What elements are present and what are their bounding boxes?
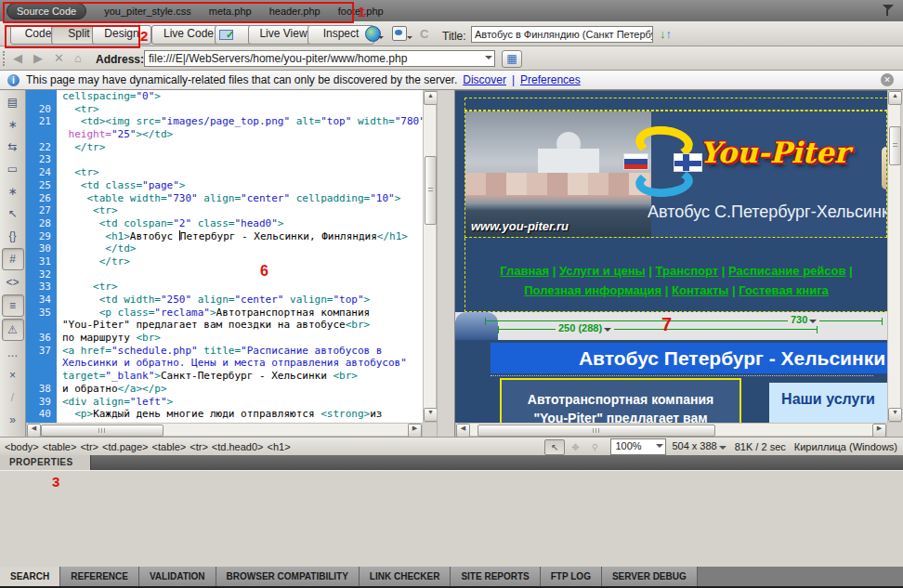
- scroll-up-icon[interactable]: ▲: [888, 91, 902, 105]
- format-source-code-icon[interactable]: /: [3, 387, 23, 408]
- code-row[interactable]: 35 <p class="reclama">Автотранспортная к…: [26, 307, 423, 320]
- menu-link[interactable]: Гостевая книга: [739, 283, 829, 297]
- code-row[interactable]: 26 <table width="730" align="center" cel…: [26, 192, 423, 205]
- highlight-invalid-code-icon[interactable]: <>: [3, 272, 23, 293]
- tag-selector-item[interactable]: <table>: [43, 441, 77, 452]
- scrollbar-thumb[interactable]: [425, 156, 437, 225]
- toolbar-grip[interactable]: [3, 51, 6, 66]
- scroll-down-icon[interactable]: ▼: [424, 408, 438, 422]
- select-parent-tag-icon[interactable]: ↖: [3, 203, 23, 224]
- code-horizontal-scrollbar[interactable]: ◀ ▶: [26, 423, 423, 437]
- scroll-down-icon[interactable]: ▼: [888, 408, 902, 422]
- open-documents-icon[interactable]: ▤: [3, 92, 23, 112]
- code-row[interactable]: 27 <tr>: [26, 204, 423, 217]
- properties-panel-tab[interactable]: PROPERTIES: [0, 455, 91, 470]
- menu-link[interactable]: Расписание рейсов: [728, 264, 845, 278]
- code-row[interactable]: 40 <p>Каждый день многие люди отправляют…: [26, 408, 423, 421]
- results-tab-browser-compatibility[interactable]: BROWSER COMPATIBILITY: [216, 567, 360, 586]
- file-list-button[interactable]: ▦: [502, 50, 522, 68]
- code-vertical-scrollbar[interactable]: ▲ ▼: [423, 90, 437, 423]
- code-row[interactable]: "You-Piter" предлагает вам поездки на ав…: [26, 319, 423, 332]
- zoom-tool-icon[interactable]: ⚲: [585, 440, 604, 454]
- code-row[interactable]: 32: [26, 268, 423, 281]
- code-row[interactable]: 37<a href="schedule.php" title="Расписан…: [26, 345, 423, 358]
- scrollbar-thumb[interactable]: [478, 425, 715, 437]
- tag-selector-item[interactable]: <td.head0>: [212, 441, 264, 452]
- menu-link[interactable]: Услуги и цены: [559, 264, 646, 278]
- code-row[interactable]: 30 </td>: [26, 242, 423, 255]
- design-view-button[interactable]: Design: [92, 25, 151, 45]
- scroll-left-icon[interactable]: ◀: [456, 424, 470, 438]
- scroll-up-icon[interactable]: ▲: [424, 91, 438, 105]
- title-input[interactable]: Автобус в Финляндию (Санкт Петербург - Х…: [471, 26, 653, 43]
- refresh-icon[interactable]: C: [420, 27, 428, 41]
- collapse-selection-icon[interactable]: ▭: [3, 159, 23, 179]
- results-tab-reference[interactable]: REFERENCE: [60, 567, 139, 586]
- code-row[interactable]: 24 <tr>: [26, 166, 423, 179]
- code-row[interactable]: target="_blank">Санкт-Петербург - Хельси…: [26, 370, 423, 383]
- collapse-full-tag-icon[interactable]: ⇆: [3, 137, 23, 157]
- code-row[interactable]: height="25"></td>: [26, 128, 423, 141]
- hand-tool-icon[interactable]: ✥: [566, 440, 584, 454]
- zoom-level-select[interactable]: 100%: [610, 438, 666, 455]
- results-tab-ftp-log[interactable]: FTP LOG: [541, 567, 602, 586]
- column-width-menu-250[interactable]: 250 (288): [556, 322, 614, 335]
- menu-link[interactable]: Контакты: [672, 283, 728, 297]
- related-file-tab[interactable]: footer.php: [338, 6, 384, 17]
- code-row[interactable]: Хельсинки и обратно. Цены и места отправ…: [26, 357, 423, 370]
- window-size-select[interactable]: 504 x 388: [672, 440, 726, 453]
- file-management-icon[interactable]: ↓↑: [660, 27, 672, 41]
- code-row[interactable]: 34 <td width="250" align="center" valign…: [26, 294, 423, 307]
- scrollbar-thumb[interactable]: [41, 425, 164, 437]
- code-editor-pane[interactable]: cellspacing="0">20 <tr>21 <td><img src="…: [26, 90, 423, 423]
- code-row[interactable]: 36по маршруту <br>: [26, 332, 423, 345]
- balance-braces-icon[interactable]: {}: [3, 226, 23, 246]
- results-tab-server-debug[interactable]: SERVER DEBUG: [602, 567, 698, 586]
- remove-comment-icon[interactable]: ×: [3, 365, 23, 385]
- tag-selector-item[interactable]: <table>: [152, 441, 187, 452]
- scroll-right-icon[interactable]: ▶: [872, 424, 886, 438]
- scrollbar-thumb[interactable]: [889, 126, 901, 165]
- code-row[interactable]: 21 <td><img src="images/page_top.png" al…: [26, 115, 423, 128]
- visual-aids-button[interactable]: [391, 26, 413, 43]
- design-horizontal-scrollbar[interactable]: ◀ ▶: [455, 423, 887, 437]
- code-row[interactable]: 22 </tr>: [26, 141, 423, 154]
- code-navigator-icon[interactable]: ∗: [3, 114, 23, 135]
- code-row[interactable]: 28 <td colspan="2" class="head0">: [26, 217, 423, 230]
- apply-comment-icon[interactable]: …: [3, 343, 23, 363]
- home-icon[interactable]: ⌂: [74, 51, 82, 65]
- results-tab-site-reports[interactable]: SITE REPORTS: [451, 567, 540, 586]
- table-width-menu-730[interactable]: 730: [788, 314, 819, 327]
- dropdown-arrow-icon[interactable]: [485, 56, 492, 63]
- forward-icon[interactable]: ▶: [33, 51, 43, 65]
- menu-link[interactable]: Полезная информация: [524, 283, 661, 297]
- code-row[interactable]: 31 </tr>: [26, 255, 423, 268]
- related-file-tab[interactable]: you_piter_style.css: [104, 6, 191, 17]
- related-file-tab[interactable]: meta.php: [209, 6, 252, 17]
- close-icon[interactable]: ✕: [881, 73, 894, 86]
- scroll-right-icon[interactable]: ▶: [408, 424, 422, 438]
- source-code-tab[interactable]: Source Code: [7, 3, 86, 20]
- expand-all-icon[interactable]: ∗: [3, 181, 23, 202]
- menu-link[interactable]: Главная: [500, 264, 549, 278]
- stop-icon[interactable]: ✕: [54, 51, 64, 65]
- preview-in-browser-button[interactable]: [364, 26, 385, 43]
- discover-link[interactable]: Discover: [463, 73, 506, 86]
- tag-selector-item[interactable]: <body>: [5, 441, 39, 452]
- address-input[interactable]: file:///E|/WebServers/home/you-piter/www…: [144, 50, 495, 67]
- related-file-tab[interactable]: header.php: [269, 6, 321, 17]
- design-vertical-scrollbar[interactable]: ▲ ▼: [887, 90, 901, 423]
- tag-selector-item[interactable]: <tr>: [80, 441, 98, 452]
- code-row[interactable]: 29 <h1>Автобус Петербург - Хельсинки, Фи…: [26, 230, 423, 243]
- filter-icon[interactable]: [882, 4, 896, 17]
- select-tool-icon[interactable]: ↖: [544, 439, 565, 455]
- code-row[interactable]: 25 <td class="page">: [26, 179, 423, 192]
- design-view-pane[interactable]: You-Piter Автобус С.Петербург-Хельсинки …: [455, 90, 887, 423]
- tag-selector-item[interactable]: <tr>: [190, 441, 208, 452]
- code-row[interactable]: 38и обратно</a></p>: [26, 383, 423, 396]
- tag-selector-item[interactable]: <td.page>: [102, 441, 149, 452]
- tag-selector-item[interactable]: <h1>: [268, 441, 291, 452]
- word-wrap-icon[interactable]: ≡: [2, 294, 24, 317]
- code-row[interactable]: 23: [26, 153, 423, 166]
- results-tab-validation[interactable]: VALIDATION: [139, 567, 216, 586]
